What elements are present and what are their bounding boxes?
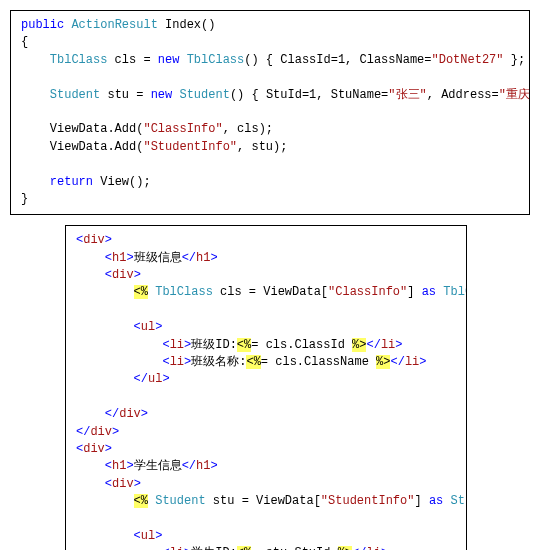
method-signature: public ActionResult Index() <box>21 17 519 34</box>
student-heading-text: 学生信息 <box>134 459 182 473</box>
li-class-name: <li>班级名称:<%= cls.ClassName %></li> <box>76 354 456 371</box>
viewdata-add-studentinfo: ViewData.Add("StudentInfo", stu); <box>21 139 519 156</box>
return-line: return View(); <box>21 174 519 191</box>
studentinfo-scriptlet: <% Student stu = ViewData["StudentInfo"]… <box>76 493 456 510</box>
brace-open: { <box>21 34 519 51</box>
csharp-code-block: public ActionResult Index() { TblClass c… <box>10 10 530 215</box>
li-class-id: <li>班级ID:<%= cls.ClassId %></li> <box>76 337 456 354</box>
init-class-line: TblClass cls = new TblClass() { ClassId=… <box>21 52 519 69</box>
class-heading-text: 班级信息 <box>134 251 182 265</box>
classinfo-scriptlet: <% TblClass cls = ViewData["ClassInfo"] … <box>76 284 456 301</box>
aspx-view-block: <div> <h1>班级信息</h1> <div> <% TblClass cl… <box>65 225 467 550</box>
init-student-line: Student stu = new Student() { StuId=1, S… <box>21 87 519 104</box>
viewdata-add-classinfo: ViewData.Add("ClassInfo", cls); <box>21 121 519 138</box>
brace-close: } <box>21 191 519 208</box>
li-student-id: <li>学生ID:<%= stu.StuId %></li> <box>76 545 456 550</box>
